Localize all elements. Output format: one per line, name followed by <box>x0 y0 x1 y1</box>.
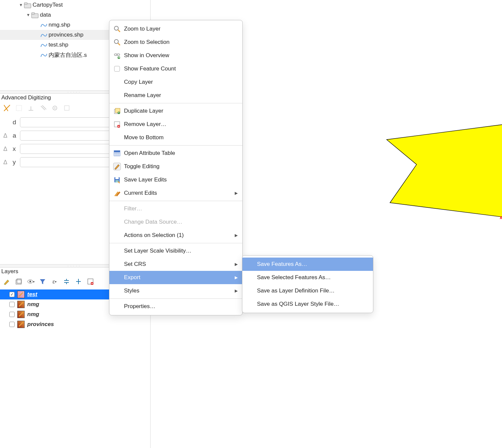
menu-item-label: Zoom to Selection <box>124 39 238 46</box>
vector-layer-icon <box>40 52 49 58</box>
layer-name: nmg <box>27 311 39 318</box>
menu-item-label: Open Attribute Table <box>124 150 238 157</box>
menu-item-label: Remove Layer… <box>124 121 238 128</box>
expression-icon[interactable]: ε▾ <box>51 278 59 285</box>
layer-symbol-icon <box>17 291 25 298</box>
tree-label: CartopyTest <box>33 2 63 8</box>
menu-item[interactable]: Duplicate Layer <box>109 104 242 118</box>
menu-item-label: Show in Overview <box>124 52 238 59</box>
menu-item[interactable]: Open Attribute Table <box>109 147 242 160</box>
menu-item[interactable]: Copy Layer <box>109 75 242 89</box>
svg-point-16 <box>114 40 118 44</box>
menu-item-label: Copy Layer <box>124 79 238 85</box>
menu-item[interactable]: Save Layer Edits <box>109 173 242 186</box>
tree-label: data <box>40 12 51 18</box>
layer-symbol-icon <box>17 321 25 328</box>
submenu-item[interactable]: Save Features As… <box>242 258 373 271</box>
delta-icon: Δ <box>3 132 10 139</box>
submenu-item-label: Save Selected Features As… <box>257 274 368 281</box>
cad-construction-icon[interactable] <box>15 104 23 112</box>
menu-item[interactable]: Zoom to Layer <box>109 22 242 36</box>
expand-icon[interactable] <box>74 278 82 285</box>
menu-item-label: Set CRS <box>124 261 232 268</box>
polygon-feature <box>234 106 502 273</box>
pencils-icon <box>113 189 121 197</box>
menu-item[interactable]: Remove Layer… <box>109 118 242 131</box>
menu-item[interactable]: Set Layer Scale Visibility… <box>109 244 242 258</box>
layer-context-menu[interactable]: Zoom to LayerZoom to SelectionShow in Ov… <box>109 20 243 315</box>
menu-item-label: Current Edits <box>124 190 232 196</box>
menu-item[interactable]: Show in Overview <box>109 49 242 62</box>
menu-item[interactable]: Show Feature Count <box>109 62 242 75</box>
menu-item[interactable]: Set CRS▶ <box>109 258 242 271</box>
svg-rect-5 <box>16 105 22 111</box>
tree-folder-row[interactable]: ▼ CartopyTest <box>0 0 148 10</box>
submenu-item-label: Save as Layer Definition File… <box>257 287 368 294</box>
table-icon <box>113 150 121 157</box>
save-icon <box>113 176 121 183</box>
visibility-icon[interactable]: ▾ <box>27 278 35 285</box>
remove-layer-icon[interactable] <box>86 278 94 285</box>
submenu-arrow-icon: ▶ <box>235 191 238 195</box>
layer-visibility-checkbox[interactable] <box>9 322 15 327</box>
tree-folder-row[interactable]: ▼ data <box>0 10 148 20</box>
menu-item[interactable]: Rename Layer <box>109 89 242 102</box>
menu-item[interactable]: Actions on Selection (1)▶ <box>109 229 242 242</box>
svg-rect-4 <box>32 13 35 14</box>
folder-icon <box>24 2 33 8</box>
pencil-boxed-icon <box>113 163 121 170</box>
layer-visibility-checkbox[interactable] <box>9 312 15 317</box>
menu-item-label: Properties… <box>124 303 238 310</box>
svg-rect-27 <box>114 151 120 152</box>
menu-item-label: Show Feature Count <box>124 65 238 72</box>
layer-visibility-checkbox[interactable] <box>9 302 15 307</box>
layer-symbol-icon <box>17 301 25 308</box>
delta-icon: Δ <box>3 146 10 153</box>
layer-visibility-checkbox[interactable]: ✓ <box>9 292 15 297</box>
zoom-icon <box>113 25 121 33</box>
submenu-item[interactable]: Save Selected Features As… <box>242 271 373 284</box>
collapse-icon[interactable] <box>63 278 70 285</box>
menu-item-label: Save Layer Edits <box>124 176 238 183</box>
cad-perpendicular-icon[interactable] <box>27 104 35 112</box>
cad-enable-icon[interactable] <box>3 104 11 112</box>
menu-item-label: Rename Layer <box>124 92 238 99</box>
add-group-icon[interactable] <box>15 278 23 285</box>
style-icon[interactable] <box>3 278 11 285</box>
cad-snap-icon[interactable] <box>63 104 71 112</box>
svg-rect-30 <box>115 177 119 179</box>
input-label: x <box>13 145 17 153</box>
menu-item[interactable]: Properties… <box>109 300 242 313</box>
input-label: d <box>13 119 17 126</box>
menu-item[interactable]: Current Edits▶ <box>109 186 242 200</box>
submenu-item[interactable]: Save as QGIS Layer Style File… <box>242 297 373 311</box>
settings-gear-icon[interactable] <box>51 104 59 112</box>
menu-item-label: Toggle Editing <box>124 163 238 170</box>
tree-label: 内蒙古自治区.s <box>49 51 87 59</box>
svg-rect-18 <box>117 54 120 56</box>
cad-parallel-icon[interactable] <box>39 104 47 112</box>
menu-item-label: Actions on Selection (1) <box>124 232 232 239</box>
svg-rect-20 <box>114 66 120 71</box>
remove-icon <box>113 121 121 128</box>
svg-marker-0 <box>387 116 502 239</box>
expand-arrow-icon[interactable]: ▼ <box>25 13 31 17</box>
svg-point-7 <box>54 107 56 109</box>
svg-point-15 <box>114 26 118 30</box>
export-submenu[interactable]: Save Features As…Save Selected Features … <box>242 255 373 313</box>
layer-name: nmg <box>27 301 39 308</box>
input-label: y <box>13 159 17 166</box>
menu-item[interactable]: Export▶ <box>109 271 242 284</box>
menu-item-label: Change Data Source… <box>124 219 238 225</box>
menu-item[interactable]: Zoom to Selection <box>109 36 242 49</box>
layer-row[interactable]: provinces <box>0 319 148 329</box>
svg-rect-9 <box>16 280 21 284</box>
menu-item[interactable]: Move to Bottom <box>109 131 242 144</box>
svg-rect-8 <box>64 106 69 110</box>
expand-arrow-icon[interactable]: ▼ <box>18 3 24 7</box>
filter-icon[interactable] <box>39 278 47 285</box>
layer-name: test <box>27 291 37 298</box>
menu-item[interactable]: Toggle Editing <box>109 160 242 173</box>
menu-item[interactable]: Styles▶ <box>109 284 242 297</box>
submenu-item[interactable]: Save as Layer Definition File… <box>242 284 373 297</box>
